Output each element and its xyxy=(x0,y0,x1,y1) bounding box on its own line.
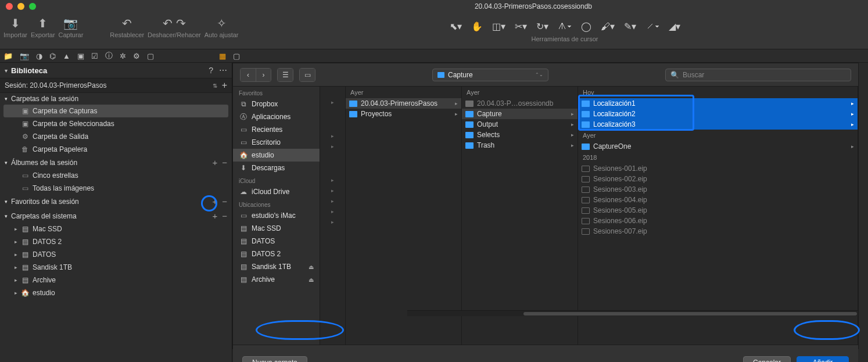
sidebar-item-imac[interactable]: ▭estudio's iMac xyxy=(233,209,320,222)
column-view-button[interactable]: ☰ xyxy=(278,69,293,81)
file-row[interactable]: Sesiones-004.eip xyxy=(578,195,858,205)
sidebar-item-downloads[interactable]: ⬇Descargas xyxy=(233,162,320,174)
folder-row[interactable]: Proyectos▸ xyxy=(346,109,461,119)
crop-tool-icon[interactable]: ✂▾ xyxy=(515,21,527,32)
gradient-tool-icon[interactable]: ◢▾ xyxy=(669,21,680,32)
sidebar-item-dropbox[interactable]: ⧉Dropbox xyxy=(233,98,320,110)
eject-icon[interactable]: ⏏ xyxy=(309,264,314,270)
export-button[interactable]: ⬆Exportar xyxy=(31,15,55,38)
eject-icon[interactable]: ⏏ xyxy=(309,277,314,283)
folder-row[interactable]: Capture▸ xyxy=(462,109,578,119)
sidebar-item-recents[interactable]: ▭Recientes xyxy=(233,123,320,136)
folder-row[interactable]: Trash▸ xyxy=(462,140,578,150)
group-button[interactable]: ▭ xyxy=(300,69,315,81)
folder-row-selected[interactable]: Localización2▸ xyxy=(578,109,858,119)
sidebar-item-datos2[interactable]: ▤DATOS 2 xyxy=(233,248,320,260)
folder-row[interactable]: CaptureOne▸ xyxy=(578,141,858,152)
sidebar-item-icloud[interactable]: ☁iCloud Drive xyxy=(233,185,320,198)
sidebar-item-datos[interactable]: ▤DATOS xyxy=(233,235,320,248)
info-tab-icon[interactable]: ⓘ xyxy=(105,51,113,61)
close-window-icon[interactable] xyxy=(6,3,13,10)
exposure-tab-icon[interactable]: ◑ xyxy=(36,52,42,60)
minus-icon[interactable]: − xyxy=(222,157,227,167)
reset-button[interactable]: ↶Restablecer xyxy=(110,15,144,38)
file-row[interactable]: Sesiones-006.eip xyxy=(578,216,858,226)
minus-icon[interactable]: − xyxy=(222,196,227,206)
sidebar-item-home[interactable]: 🏠estudio xyxy=(233,149,320,162)
batch-tab-icon[interactable]: ⚙ xyxy=(133,52,140,60)
back-button[interactable]: ‹ xyxy=(241,69,256,81)
capture-button[interactable]: 📷Capturar xyxy=(59,15,84,38)
add-session-icon[interactable]: + xyxy=(222,80,227,91)
sidebar-item-macssd[interactable]: ▤Mac SSD xyxy=(233,222,320,235)
color-tool-icon[interactable]: ◫▾ xyxy=(492,21,505,32)
drive-row[interactable]: ▸▤Sandisk 1TB xyxy=(0,261,232,274)
single-view-icon[interactable]: ▢ xyxy=(233,52,240,60)
file-row[interactable]: Sesiones-005.eip xyxy=(578,205,858,216)
trash-folder-row[interactable]: 🗑Carpeta Papelera xyxy=(0,143,232,156)
hand-tool-icon[interactable]: ✋ xyxy=(471,21,483,32)
forward-button[interactable]: › xyxy=(256,69,271,81)
plus-icon[interactable]: + xyxy=(212,211,217,221)
scrollbar-thumb[interactable] xyxy=(523,312,857,316)
zoom-window-icon[interactable] xyxy=(29,3,36,10)
undo-redo-button[interactable]: ↶ ↷Deshacer/Rehacer xyxy=(148,15,201,38)
search-field[interactable]: 🔍 Buscar xyxy=(665,69,851,81)
drive-row[interactable]: ▸▤Archive xyxy=(0,274,232,286)
new-folder-button[interactable]: Nueva carpeta xyxy=(242,356,307,362)
import-button[interactable]: ⬇Importar xyxy=(3,15,27,38)
file-row[interactable]: Sesiones-001.eip xyxy=(578,163,858,174)
color-tab-icon[interactable]: ▲ xyxy=(63,52,70,60)
session-favorites-header[interactable]: ▾ Favoritos de la sesión +− xyxy=(0,195,232,208)
file-row[interactable]: Sesiones-002.eip xyxy=(578,174,858,184)
plus-icon[interactable]: + xyxy=(212,157,217,167)
drive-row[interactable]: ▸▤DATOS xyxy=(0,248,232,261)
all-images-album-row[interactable]: ▭Todas las imágenes xyxy=(0,182,232,195)
folder-row-selected[interactable]: Localización3▸ xyxy=(578,119,858,130)
drive-row[interactable]: ▸▤DATOS 2 xyxy=(0,235,232,248)
camera-tab-icon[interactable]: 📷 xyxy=(20,52,29,60)
output-folder-row[interactable]: ⚙Carpeta de Salida xyxy=(0,130,232,143)
eyedropper-tool-icon[interactable]: ✎▾ xyxy=(624,21,636,32)
brush-tool-icon[interactable]: 🖌▾ xyxy=(601,21,615,32)
drive-row[interactable]: ▸🏠estudio xyxy=(0,286,232,299)
file-row[interactable]: Sesiones-007.eip xyxy=(578,226,858,236)
minimize-window-icon[interactable] xyxy=(17,3,24,10)
session-albums-header[interactable]: ▾ Álbumes de la sesión +− xyxy=(0,156,232,169)
keystone-tool-icon[interactable]: ⩚▾ xyxy=(558,21,572,32)
cancel-button[interactable]: Cancelar xyxy=(743,356,791,362)
add-favorite-button[interactable]: + xyxy=(212,196,217,206)
selected-folder-row[interactable]: ▣Carpeta de Seleccionadas xyxy=(0,117,232,130)
folder-row-selected[interactable]: Localización1▸ xyxy=(578,98,858,109)
sidebar-item-archive[interactable]: ▤Archive⏏ xyxy=(233,273,320,286)
help-icon[interactable]: ? xyxy=(209,66,213,75)
session-folders-header[interactable]: ▾ Carpetas de la sesión xyxy=(0,93,232,105)
file-row[interactable]: Sesiones-003.eip xyxy=(578,184,858,195)
sidebar-item-applications[interactable]: ⒶAplicaciones xyxy=(233,110,320,123)
folder-row[interactable]: Selects▸ xyxy=(462,130,578,140)
output-tab-icon[interactable]: ▢ xyxy=(147,52,154,60)
folder-row[interactable]: 20.04.03-PrimerosPasos▸ xyxy=(346,98,461,109)
autoadjust-button[interactable]: ✧Auto ajustar xyxy=(205,15,239,38)
adjust-tab-icon[interactable]: ✲ xyxy=(120,52,126,60)
system-folders-header[interactable]: ▾ Carpetas del sistema +− xyxy=(0,209,232,223)
chevron-down-icon[interactable]: ▾ xyxy=(5,67,8,74)
horizontal-scrollbar[interactable] xyxy=(407,310,858,316)
lens-tab-icon[interactable]: ⌬ xyxy=(49,52,56,60)
spot-tool-icon[interactable]: ◯ xyxy=(581,21,591,32)
add-button[interactable]: Añadir xyxy=(797,356,849,362)
levels-tab-icon[interactable]: ▣ xyxy=(77,52,84,60)
library-tab-icon[interactable]: 📁 xyxy=(3,52,13,60)
minus-icon[interactable]: − xyxy=(222,211,227,221)
rotate-tool-icon[interactable]: ↻▾ xyxy=(536,21,548,32)
folder-row[interactable]: Output▸ xyxy=(462,119,578,130)
sidebar-item-sandisk[interactable]: ▤Sandisk 1TB⏏ xyxy=(233,260,320,273)
grid-view-icon[interactable]: ▦ xyxy=(219,52,226,60)
arrow-tool-icon[interactable]: ⬉▾ xyxy=(450,21,462,32)
eraser-tool-icon[interactable]: ⟋▾ xyxy=(645,21,659,32)
sidebar-item-desktop[interactable]: ▭Escritorio xyxy=(233,136,320,149)
details-tab-icon[interactable]: ☑ xyxy=(91,52,98,60)
path-dropdown[interactable]: Capture ⌃⌄ xyxy=(432,69,548,81)
session-selector[interactable]: Sesión: 20.04.03-PrimerosPasos ⇅ + xyxy=(0,78,232,93)
file-row[interactable]: 20.04.03-P…osessiondb xyxy=(462,98,578,109)
